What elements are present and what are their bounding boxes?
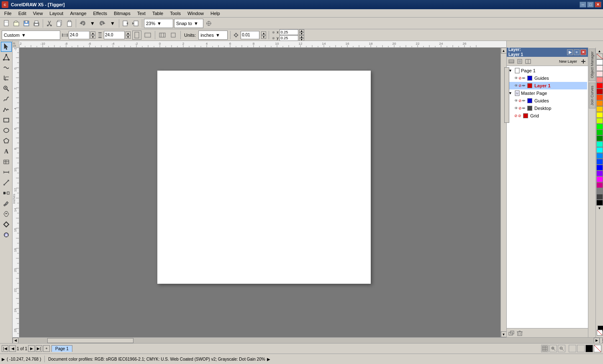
om-add-layer[interactable] — [580, 58, 587, 65]
redo-dropdown[interactable]: ▼ — [108, 19, 117, 28]
width-input[interactable]: 24.0 — [69, 31, 90, 39]
no-color-swatch[interactable] — [596, 53, 603, 59]
swatch-yellow[interactable] — [596, 106, 603, 112]
portrait-button[interactable] — [132, 31, 141, 40]
menu-effects[interactable]: Effects — [90, 9, 110, 18]
desktop-lock[interactable]: ⊘ — [518, 106, 522, 110]
dup-y-up[interactable]: ▲ — [299, 35, 304, 38]
palette-scroll-up[interactable]: ▲ — [598, 48, 601, 53]
swatch-2[interactable] — [596, 71, 603, 77]
copy-button[interactable] — [55, 19, 64, 28]
next-page-button[interactable]: ▶ — [28, 345, 35, 352]
guides1-lock[interactable]: ⊘ — [518, 76, 522, 80]
right-tabs[interactable]: Object Manager Join Curves — [588, 48, 595, 337]
swatch-white[interactable] — [596, 59, 603, 65]
last-page-button[interactable]: ▶| — [36, 345, 42, 352]
rectangle-tool[interactable] — [1, 115, 12, 125]
dup-x-input[interactable]: 0.25 — [280, 29, 298, 35]
color-mixer[interactable] — [585, 345, 593, 352]
swatch-12[interactable] — [596, 171, 603, 176]
nudge-spin[interactable]: ▲ ▼ — [261, 31, 266, 39]
dup-x-up[interactable]: ▲ — [299, 29, 304, 32]
first-page-button[interactable]: |◀ — [2, 345, 8, 352]
tree-desktop[interactable]: 👁 ⊘ ✏ Desktop — [508, 104, 587, 112]
table-tool[interactable] — [1, 157, 12, 167]
guides1-eye[interactable]: 👁 — [514, 76, 518, 80]
dup-y-input[interactable]: 0.25 — [280, 35, 298, 41]
snap-settings[interactable] — [204, 19, 213, 28]
import-button[interactable] — [121, 19, 130, 28]
page1-expand[interactable]: ▼ — [508, 69, 513, 73]
swatch-5[interactable] — [596, 94, 603, 100]
tree-masterpage[interactable]: ▼ M Master Page — [508, 89, 587, 97]
om-layer-view[interactable] — [508, 58, 515, 65]
vscroll-up[interactable]: ▲ — [501, 48, 507, 53]
height-input[interactable]: 24.0 — [104, 31, 125, 39]
tree-guides1[interactable]: 👁 ⊘ ✏ Guides — [508, 74, 587, 82]
color-profile-arrow[interactable]: ▶ — [267, 357, 270, 361]
object-manager-tree[interactable]: ▼ Page 1 👁 ⊘ ✏ Guides — [507, 66, 588, 328]
swatch-gray[interactable] — [596, 188, 603, 194]
selection-tool[interactable] — [1, 42, 12, 52]
undo-button[interactable] — [78, 19, 87, 28]
swatch-8[interactable] — [596, 135, 603, 141]
outline-color[interactable] — [597, 330, 603, 336]
layer1-lock[interactable]: ⊘ — [518, 84, 522, 88]
swatch-11[interactable] — [596, 159, 603, 165]
width-spin[interactable]: ▲ ▼ — [90, 31, 95, 39]
tree-grid[interactable]: ⊘ ⊘ Grid — [508, 112, 587, 120]
swatch-10[interactable] — [596, 153, 603, 159]
save-button[interactable] — [22, 19, 31, 28]
smart-fill-tool[interactable]: A — [1, 230, 12, 240]
swatch-black[interactable] — [596, 200, 603, 206]
menu-bitmaps[interactable]: Bitmaps — [110, 9, 134, 18]
height-down[interactable]: ▼ — [126, 35, 131, 39]
add-page-button[interactable]: + — [43, 345, 50, 352]
swatch-magenta[interactable] — [596, 176, 603, 182]
swatch-14[interactable] — [596, 194, 603, 200]
hscroll-right[interactable]: ▶ — [594, 338, 600, 344]
menu-table[interactable]: Table — [149, 9, 167, 18]
width-down[interactable]: ▼ — [90, 35, 95, 39]
width-up[interactable]: ▲ — [90, 31, 95, 35]
nudge-down[interactable]: ▼ — [261, 35, 266, 39]
menu-arrange[interactable]: Arrange — [67, 9, 90, 18]
crop-tool[interactable] — [1, 73, 12, 83]
shape-tool[interactable] — [1, 52, 12, 62]
close-button[interactable]: ✕ — [595, 2, 601, 8]
menu-edit[interactable]: Edit — [15, 9, 30, 18]
ellipse-tool[interactable] — [1, 125, 12, 135]
obj-mgr-expand[interactable]: ▶ — [567, 49, 573, 55]
connector-tool[interactable] — [1, 178, 12, 188]
join-curves-tab[interactable]: Join Curves — [589, 83, 595, 109]
maximize-button[interactable]: □ — [587, 2, 594, 8]
height-up[interactable]: ▲ — [126, 31, 131, 35]
om-object-view[interactable] — [516, 58, 523, 65]
nudge-input[interactable]: 0.01 — [241, 31, 259, 39]
open-button[interactable] — [12, 19, 21, 28]
layer1-eye[interactable]: 👁 — [514, 84, 518, 88]
outline-tool[interactable] — [1, 219, 12, 229]
landscape-button[interactable] — [143, 31, 152, 40]
layer1-print[interactable]: ✏ — [522, 84, 526, 88]
white-color[interactable] — [594, 345, 601, 352]
swatch-yellow2[interactable] — [596, 112, 603, 118]
vscroll-down[interactable]: ▼ — [501, 331, 507, 337]
outline-selector[interactable] — [577, 345, 585, 352]
horizontal-scrollbar[interactable]: ◀ ▶ ⋮ — [13, 337, 603, 343]
guides1-print[interactable]: ✏ — [522, 76, 526, 80]
obj-mgr-header-controls[interactable]: ▶ ≡ ✕ — [567, 49, 586, 55]
obj-mgr-menu[interactable]: ≡ — [574, 49, 580, 55]
drawing-area[interactable] — [19, 48, 500, 337]
page-size-dropdown[interactable]: Custom ▼ — [2, 31, 60, 40]
fill-tool[interactable] — [1, 209, 12, 219]
swatch-blue[interactable] — [596, 165, 603, 171]
desktop-print[interactable]: ✏ — [522, 106, 526, 110]
swatch-6[interactable] — [596, 118, 603, 124]
grid-eye[interactable]: ⊘ — [514, 114, 518, 118]
masterpage-expand[interactable]: ▼ — [508, 91, 513, 95]
vscroll-thumb[interactable] — [504, 67, 509, 123]
menu-text[interactable]: Text — [134, 9, 149, 18]
undo-dropdown[interactable]: ▼ — [88, 19, 97, 28]
nudge-up[interactable]: ▲ — [261, 31, 266, 35]
